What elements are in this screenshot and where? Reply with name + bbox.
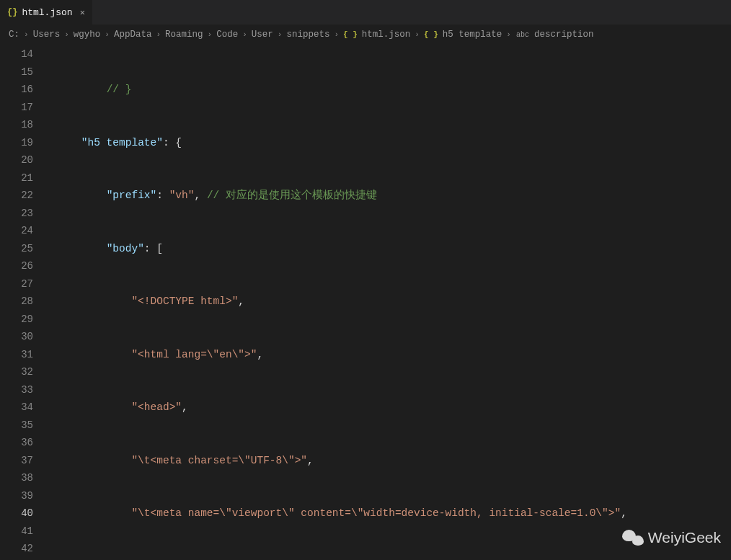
tab-label: html.json	[22, 7, 72, 18]
line-number: 37	[0, 452, 33, 470]
crumb-c[interactable]: C:	[9, 30, 19, 40]
brace-icon: { }	[424, 30, 438, 39]
line-number: 23	[0, 205, 33, 223]
close-icon[interactable]: ✕	[77, 7, 85, 18]
chevron-right-icon: ›	[156, 30, 161, 39]
code-line[interactable]: "\t<meta name=\"viewport\" content=\"wid…	[43, 505, 731, 523]
watermark: WeiyiGeek	[622, 528, 721, 547]
line-number: 27	[0, 275, 33, 293]
line-number: 39	[0, 487, 33, 505]
crumb-users[interactable]: Users	[33, 30, 61, 40]
line-number: 28	[0, 293, 33, 311]
code-line[interactable]: "\t<meta http-equiv=\"X-UA-Compatible\" …	[43, 558, 731, 561]
abc-icon: abc	[515, 31, 530, 39]
crumb-appdata[interactable]: AppData	[114, 30, 152, 40]
line-number: 35	[0, 417, 33, 435]
gutter: 14 15 16 17 18 19 20 21 22 23 24 25 26 2…	[0, 44, 43, 560]
line-number: 40	[0, 505, 33, 523]
crumb-user[interactable]: User	[252, 30, 273, 40]
code-line[interactable]: "<html lang=\"en\">",	[43, 346, 731, 364]
tab-html-json[interactable]: {} html.json ✕	[0, 0, 93, 25]
line-number: 32	[0, 363, 33, 381]
json-icon: { }	[343, 30, 358, 39]
line-number: 30	[0, 328, 33, 346]
line-number: 33	[0, 381, 33, 399]
line-number: 19	[0, 134, 33, 152]
code-line[interactable]: "<!DOCTYPE html>",	[43, 293, 731, 311]
crumb-code[interactable]: Code	[216, 30, 238, 40]
line-number: 42	[0, 540, 33, 558]
crumb-description[interactable]: description	[534, 30, 594, 40]
crumb-roaming[interactable]: Roaming	[165, 30, 203, 40]
code-line[interactable]: // }	[43, 81, 731, 99]
code-line[interactable]: "h5 template": {	[43, 134, 731, 152]
line-number: 18	[0, 116, 33, 134]
crumb-snippets[interactable]: snippets	[286, 30, 329, 40]
breadcrumb[interactable]: C:› Users› wgyho› AppData› Roaming› Code…	[0, 25, 731, 44]
line-number: 41	[0, 523, 33, 541]
line-number: 38	[0, 469, 33, 487]
line-number: 31	[0, 346, 33, 364]
chevron-right-icon: ›	[24, 30, 29, 39]
chevron-right-icon: ›	[242, 30, 247, 39]
line-number: 26	[0, 257, 33, 275]
code-area[interactable]: // } "h5 template": { "prefix": "vh", //…	[43, 44, 731, 560]
chevron-right-icon: ›	[105, 30, 110, 39]
crumb-wgyho[interactable]: wgyho	[74, 30, 101, 40]
line-number: 29	[0, 311, 33, 329]
chevron-right-icon: ›	[415, 30, 420, 39]
line-number: 21	[0, 169, 33, 187]
code-line[interactable]: "<head>",	[43, 399, 731, 417]
chevron-right-icon: ›	[64, 30, 69, 39]
line-number: 22	[0, 187, 33, 205]
code-line[interactable]: "prefix": "vh", // 对应的是使用这个模板的快捷键	[43, 187, 731, 205]
editor[interactable]: 14 15 16 17 18 19 20 21 22 23 24 25 26 2…	[0, 44, 731, 560]
line-number: 36	[0, 434, 33, 452]
line-number: 20	[0, 151, 33, 169]
tab-bar: {} html.json ✕	[0, 0, 731, 25]
line-number: 34	[0, 399, 33, 417]
json-icon: {}	[7, 7, 17, 17]
line-number: 24	[0, 222, 33, 240]
line-number: 25	[0, 240, 33, 258]
watermark-label: WeiyiGeek	[648, 529, 721, 546]
wechat-icon	[622, 528, 644, 547]
code-line[interactable]: "body": [	[43, 240, 731, 258]
crumb-htmljson[interactable]: html.json	[362, 30, 411, 40]
chevron-right-icon: ›	[506, 30, 511, 39]
crumb-h5template[interactable]: h5 template	[443, 30, 502, 40]
line-number: 15	[0, 63, 33, 81]
line-number: 16	[0, 81, 33, 99]
line-number: 14	[0, 45, 33, 63]
line-number: 17	[0, 99, 33, 117]
chevron-right-icon: ›	[334, 30, 339, 39]
chevron-right-icon: ›	[278, 30, 283, 39]
chevron-right-icon: ›	[208, 30, 213, 39]
code-line[interactable]: "\t<meta charset=\"UTF-8\">",	[43, 452, 731, 470]
